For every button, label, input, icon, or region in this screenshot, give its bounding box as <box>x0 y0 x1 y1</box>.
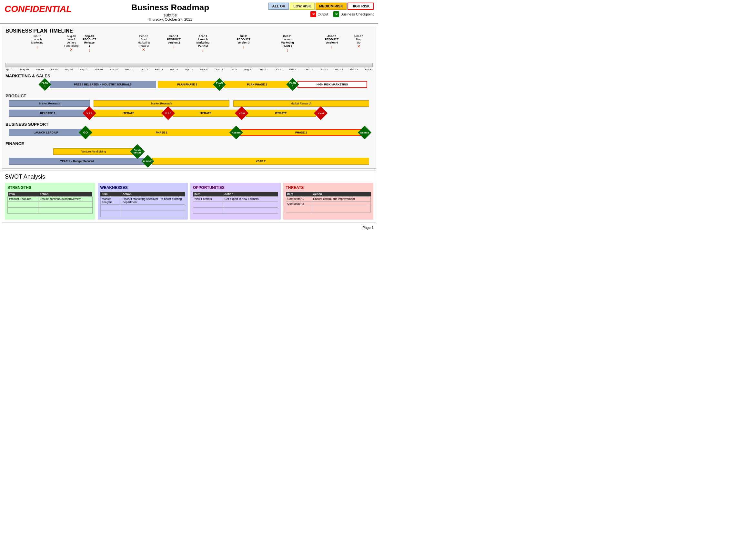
timeline-bar <box>5 63 373 67</box>
checkpoint-icon: ✕ <box>333 11 339 17</box>
medium-risk-button[interactable]: MEDIUM RISK <box>316 3 347 10</box>
swot-opportunities: OPPORTUNITIES ItemAction New FormatsGet … <box>190 183 281 220</box>
milestone-dec10: Dec-10StartMarketingPhase 2 ✕ <box>138 35 150 52</box>
weaknesses-table: ItemAction Market analysisRecruit Market… <box>100 192 186 217</box>
milestone-jun10: Jun-10LaunchMarketing ↓ <box>31 35 43 49</box>
v30-diamond: V 3.0 <box>235 106 248 120</box>
arrow-jul11: ↓ <box>242 44 245 49</box>
business-support-section: BUSINESS SUPPORT LAUNCH LEAD-UP GO PHASE… <box>2 120 376 139</box>
phase1-bar: PHASE 1 <box>90 129 233 136</box>
subtitle: subtitle <box>72 13 268 17</box>
finance-section: FINANCE Venture Fundraising FundsSecure … <box>2 139 376 168</box>
table-row <box>100 211 185 217</box>
phase2-bar: PHASE 2 <box>240 129 362 136</box>
x-dec10: ✕ <box>142 47 145 52</box>
low-risk-button[interactable]: LOW RISK <box>290 3 315 10</box>
page-title: Business Roadmap <box>72 3 268 13</box>
assess2-diamond: Assess <box>358 126 371 139</box>
product-market-research-row: Market Research Market Research Market R… <box>5 99 373 108</box>
swot-section: SWOT Analysis STRENGTHS ItemAction Produ… <box>2 171 376 223</box>
table-row <box>8 202 93 208</box>
mr-bar3: Market Research <box>233 100 369 107</box>
all-ok-button[interactable]: ALL OK <box>268 3 289 10</box>
product-title: PRODUCT <box>5 94 373 98</box>
table-row <box>100 205 185 211</box>
go-diamond: GO <box>79 126 92 139</box>
threats-table: ItemAction Competitor 1Ensure continuous… <box>286 192 371 213</box>
product-section: PRODUCT Market Research Market Research … <box>2 92 376 120</box>
product-release-row: RELEASE 1 V 1.0 ITERATE V 2.0 ITERATE V … <box>5 108 373 118</box>
checkpoint-legend: ✕ Business Checkpoint <box>333 11 374 17</box>
business-support-title: BUSINESS SUPPORT <box>5 122 373 127</box>
swot-weaknesses: WEAKNESSES ItemAction Market analysisRec… <box>98 183 188 220</box>
milestone-aug10: Aug-10Year 2VentureFundraising ✕ <box>64 35 78 52</box>
swot-threats: THREATS ItemAction Competitor 1Ensure co… <box>283 183 374 220</box>
title-block: Business Roadmap subtitle Thursday, Octo… <box>72 3 268 21</box>
arrow-jan12: ↓ <box>331 44 333 49</box>
venture-bar: Venture Fundraising <box>53 148 134 155</box>
opportunities-title: OPPORTUNITIES <box>193 185 278 190</box>
opportunities-table: ItemAction New FormatsGet expert in new … <box>193 192 278 214</box>
table-row <box>8 208 93 214</box>
year1-bar: YEAR 1 – Budget Secured <box>9 158 145 165</box>
table-row <box>193 202 278 208</box>
table-row <box>286 206 371 213</box>
iterate2-bar: ITERATE <box>173 110 239 117</box>
page-number: Page 1 <box>0 225 378 231</box>
timeline-title: BUSINESS PLAN TIMELINE <box>2 26 376 35</box>
strengths-title: STRENGTHS <box>7 185 93 190</box>
milestones-row: Jun-10LaunchMarketing ↓ Aug-10Year 2Vent… <box>5 35 373 63</box>
milestone-jul11: Jul-11PRODUCTVersion 3 ↓ <box>237 35 250 49</box>
legend-buttons: ALL OK LOW RISK MEDIUM RISK HIGH RISK <box>268 3 374 10</box>
marketing-section: MARKETING & SALES PLAN1 PRESS RELEASES –… <box>2 72 376 92</box>
swot-title: SWOT Analysis <box>5 174 373 180</box>
milestone-feb11: Feb-11PRODUCTVersion 2 ↓ <box>167 35 181 49</box>
swot-grid: STRENGTHS ItemAction Product FeaturesEns… <box>5 183 373 220</box>
milestone-oct11: Oct-11LaunchMarketingPLAN 3 ↓ <box>281 35 294 53</box>
timeline-section: BUSINESS PLAN TIMELINE Jun-10LaunchMarke… <box>2 26 376 169</box>
marketing-row: PLAN1 PRESS RELEASES – INDUSTRY JOURNALS… <box>5 79 373 90</box>
table-row: Competitor 2 <box>286 202 371 206</box>
swot-strengths: STRENGTHS ItemAction Product FeaturesEns… <box>5 183 95 220</box>
v10-diamond: V 1.0 <box>82 106 96 120</box>
v20-diamond: V 2.0 <box>161 106 175 120</box>
output-label: Output <box>318 12 328 16</box>
arrow-apr11: ↓ <box>202 47 204 53</box>
arrow-jun10: ↓ <box>36 44 38 49</box>
legend-icons: ✕ Output ✕ Business Checkpoint <box>310 11 374 17</box>
plan-phase2-yellow: PLAN PHASE 2 <box>158 81 217 88</box>
strengths-table: ItemAction Product FeaturesEnsure contin… <box>7 192 93 214</box>
iterate1-bar: ITERATE <box>94 110 163 117</box>
mr-bar1: Market Research <box>9 100 90 107</box>
marketing-title: MARKETING & SALES <box>5 74 373 78</box>
table-row: Product FeaturesEnsure continuous improv… <box>8 197 93 202</box>
plan-phase2-bar2: PLAN PHASE 2 <box>224 81 290 88</box>
press-releases-bar: PRESS RELEASES – INDUSTRY JOURNALS <box>50 81 156 88</box>
assess1-diamond: Assess <box>229 126 243 139</box>
finance-title: FINANCE <box>5 141 373 146</box>
plan1-diamond: PLAN1 <box>38 78 51 91</box>
year2-bar: YEAR 2 <box>152 158 369 165</box>
high-risk-button[interactable]: HIGH RISK <box>348 3 374 10</box>
arrow-sep10: ↓ <box>88 47 90 53</box>
date: Thursday, October 27, 2011 <box>72 17 268 21</box>
business-support-row: LAUNCH LEAD-UP GO PHASE 1 Assess PHASE 2… <box>5 128 373 137</box>
date-labels: Apr-10May-10Jun-10Jul-10Aug-10Sep-10Oct-… <box>2 67 376 72</box>
milestone-apr11: Apr-11LaunchMarketingPLAN 2 ↓ <box>197 35 209 53</box>
table-row: Competitor 1Ensure continuous improvemen… <box>286 197 371 202</box>
venture-row: Venture Fundraising FundsSecure <box>5 147 373 156</box>
table-row <box>193 208 278 214</box>
year-row: YEAR 1 – Budget Secured BUDGET YEAR 2 <box>5 157 373 166</box>
arrow-oct11: ↓ <box>286 47 288 53</box>
confidential-label: CONFIDENTIAL <box>5 3 72 14</box>
arrow-feb11: ↓ <box>173 44 175 49</box>
plan3-diamond: PLAN3 <box>286 78 299 91</box>
release1-bar: RELEASE 1 <box>9 110 86 117</box>
output-legend: ✕ Output <box>310 11 328 17</box>
x-mar12: ✕ <box>357 44 360 49</box>
high-risk-bar: HIGH RISK MARKETING <box>297 81 367 88</box>
v40-diamond: V 4.0 <box>314 106 327 120</box>
legend: ALL OK LOW RISK MEDIUM RISK HIGH RISK ✕ … <box>268 3 374 17</box>
output-icon: ✕ <box>310 11 316 17</box>
threats-title: THREATS <box>286 185 371 190</box>
